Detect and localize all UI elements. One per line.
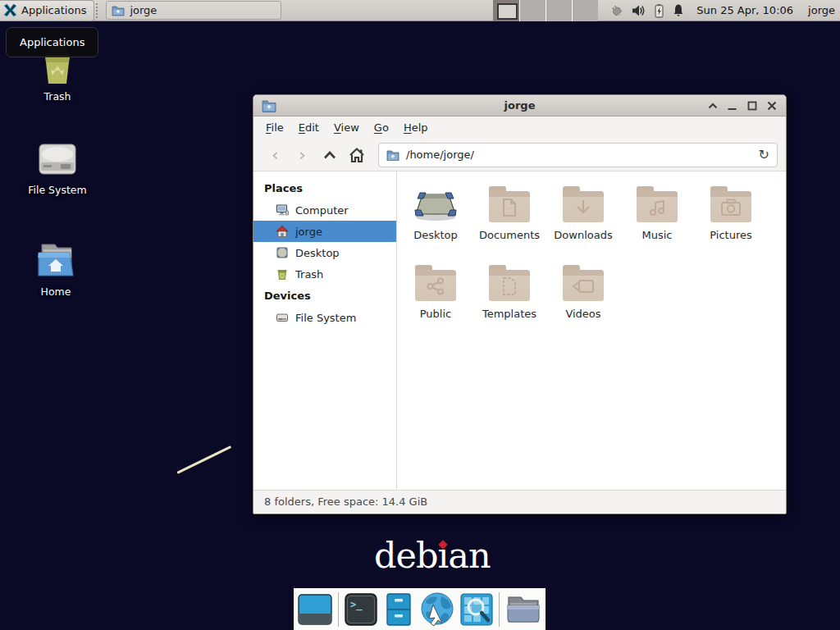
menu-file[interactable]: File (258, 118, 291, 137)
sidebar-item-jorge[interactable]: jorge (253, 221, 396, 242)
menu-go[interactable]: Go (367, 118, 396, 137)
folder-item-public[interactable]: Public (399, 260, 472, 336)
dock-separator (499, 592, 500, 627)
shade-button[interactable] (706, 99, 719, 112)
show-desktop-button[interactable] (298, 591, 332, 628)
desktop-icon (276, 246, 289, 259)
reload-button[interactable]: ↻ (759, 147, 769, 162)
stroke-artifact (176, 445, 231, 474)
taskbar-button-jorge[interactable]: jorge (106, 1, 281, 20)
desktop-icon (413, 185, 458, 222)
folder-icon (489, 191, 530, 222)
sidebar-item-desktop[interactable]: Desktop (253, 242, 396, 263)
drive-icon (276, 311, 289, 324)
folder-icon (563, 191, 604, 222)
sidebar-item-filesystem[interactable]: File System (253, 307, 396, 328)
workspace-2[interactable] (519, 0, 546, 21)
maximize-button[interactable] (746, 99, 758, 112)
desktop-icon-label: Home (15, 285, 97, 298)
folder-item-pictures[interactable]: Pictures (694, 181, 768, 257)
devices-header: Devices (253, 285, 396, 307)
back-button[interactable]: ‹ (262, 144, 289, 167)
directory-menu-launcher[interactable] (505, 591, 541, 628)
close-button[interactable] (765, 99, 778, 112)
back-icon: ‹ (272, 146, 279, 164)
workspace-window-thumb (497, 3, 518, 20)
status-text: 8 folders, Free space: 14.4 GiB (264, 495, 427, 508)
toolbar: ‹ › /home/jorge/ ↻ (253, 139, 786, 171)
sidebar-item-label: jorge (295, 226, 322, 238)
folder-icon (415, 270, 456, 301)
show-desktop-icon (298, 594, 332, 625)
dock-separator (338, 592, 339, 627)
menu-help[interactable]: Help (396, 118, 436, 137)
menu-view[interactable]: View (326, 118, 367, 137)
folder-item-videos[interactable]: Videos (546, 260, 620, 336)
desktop-icon-filesystem[interactable]: File System (16, 138, 98, 196)
folder-icon (505, 594, 541, 625)
sidebar-item-label: Trash (295, 268, 323, 281)
folder-item-documents[interactable]: Documents (472, 181, 546, 257)
folder-icon (112, 5, 125, 16)
file-manager-window[interactable]: jorge File Edit View Go Help ‹ › (253, 94, 787, 514)
panel-username[interactable]: jorge (808, 4, 835, 16)
app-finder-icon (460, 593, 493, 626)
folder-item-music[interactable]: Music (620, 181, 694, 257)
file-cabinet-icon (386, 593, 411, 626)
xfce-logo-icon (3, 3, 17, 17)
folder-icon (637, 191, 678, 222)
terminal-launcher[interactable]: >_ (345, 591, 378, 628)
notification-bell-icon[interactable] (672, 3, 685, 17)
folder-item-desktop[interactable]: Desktop (399, 181, 472, 257)
workspace-3[interactable] (546, 0, 572, 21)
panel-handle[interactable] (96, 3, 102, 18)
volume-icon[interactable] (632, 4, 646, 17)
up-icon (323, 151, 336, 159)
home-icon (276, 225, 289, 238)
applications-menu-button[interactable]: Applications (0, 0, 94, 21)
web-browser-launcher[interactable] (419, 591, 455, 628)
computer-icon (276, 203, 289, 217)
desktop-icon-label: Trash (16, 90, 98, 103)
folder-item-downloads[interactable]: Downloads (546, 181, 620, 257)
menubar: File Edit View Go Help (253, 116, 786, 139)
sidebar-item-label: Desktop (295, 247, 340, 259)
svg-text:>_: >_ (350, 599, 363, 611)
sidebar-item-label: File System (295, 312, 356, 324)
system-tray (608, 3, 685, 18)
folder-label: Desktop (413, 229, 458, 241)
folder-label: Public (420, 308, 451, 320)
location-bar[interactable]: /home/jorge/ ↻ (378, 143, 778, 167)
workspace-1[interactable] (493, 0, 519, 21)
minimize-button[interactable] (726, 99, 738, 112)
file-manager-launcher[interactable] (382, 591, 416, 628)
workspace-4[interactable] (572, 0, 598, 21)
folder-label: Templates (482, 308, 536, 320)
forward-icon: › (299, 146, 306, 164)
battery-icon[interactable] (654, 3, 664, 18)
folder-item-templates[interactable]: Templates (472, 260, 546, 336)
folder-view[interactable]: Desktop Documents Downloads (397, 171, 786, 490)
folder-label: Videos (565, 308, 600, 320)
drive-icon (36, 138, 79, 179)
panel-clock[interactable]: Sun 25 Apr, 10:06 (696, 4, 793, 16)
folder-label: Pictures (710, 229, 751, 241)
sidebar-item-computer[interactable]: Computer (253, 199, 396, 221)
up-button[interactable] (316, 144, 343, 167)
sidebar-item-trash[interactable]: Trash (253, 263, 396, 285)
folder-label: Music (642, 229, 673, 241)
workspace-switcher[interactable] (493, 0, 598, 21)
path-text[interactable]: /home/jorge/ (406, 148, 474, 161)
removable-device-icon[interactable] (608, 3, 624, 18)
menu-edit[interactable]: Edit (291, 118, 326, 137)
home-button[interactable] (343, 144, 370, 167)
titlebar[interactable]: jorge (253, 95, 786, 116)
debian-logo: debıan (374, 538, 491, 573)
app-finder-launcher[interactable] (459, 591, 493, 628)
applications-menu-label: Applications (21, 4, 86, 16)
forward-button[interactable]: › (289, 144, 316, 167)
folder-icon (386, 149, 399, 161)
folder-icon (563, 270, 604, 301)
desktop-icon-home[interactable]: Home (15, 238, 97, 298)
terminal-icon: >_ (345, 593, 377, 626)
